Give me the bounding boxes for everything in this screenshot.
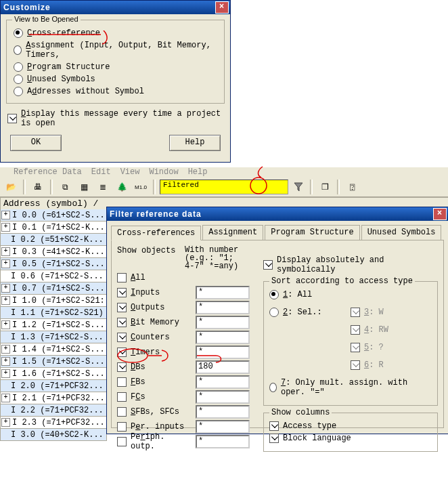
address-row[interactable]: +I 0.5 (=71+SC2-S...: [0, 258, 107, 270]
radio-icon[interactable]: [269, 383, 277, 392]
tree-icon[interactable]: 🌲: [114, 179, 130, 195]
expand-icon[interactable]: +: [1, 418, 10, 427]
menu-window[interactable]: Window: [149, 167, 178, 178]
checkbox-icon[interactable]: [117, 333, 127, 342]
copy-icon[interactable]: ⧉: [57, 179, 73, 195]
numbox-counters[interactable]: *: [196, 331, 250, 344]
numbox-inputs[interactable]: *: [196, 286, 250, 299]
menu-view[interactable]: View: [120, 167, 140, 178]
radio-icon[interactable]: [269, 290, 279, 299]
help-icon[interactable]: ⍰: [344, 179, 360, 195]
display-every-time-check[interactable]: Display this message every time a projec…: [7, 109, 223, 128]
radio-cross-reference[interactable]: Cross-reference: [14, 28, 217, 38]
menu-help[interactable]: Help: [188, 167, 208, 178]
address-row[interactable]: +I 0.3 (=41+SC2-K...: [0, 246, 107, 258]
address-row[interactable]: +I 1.3 (=71+SC2-S...: [0, 331, 107, 343]
checkbox-icon[interactable]: [117, 318, 127, 327]
obj-counters[interactable]: Counters*: [117, 330, 252, 345]
checkbox-icon[interactable]: [117, 377, 127, 387]
numbox-dbs[interactable]: 180: [196, 360, 250, 374]
address-row[interactable]: +I 0.1 (=71+SC2-K...: [0, 222, 107, 234]
menu-reference-data[interactable]: Reference Data: [14, 167, 82, 178]
expand-icon[interactable]: +: [1, 296, 10, 305]
address-row[interactable]: +I 2.3 (=71+PCF32...: [0, 417, 107, 429]
address-row[interactable]: +I 1.6 (=71+SC2-S...: [0, 368, 107, 380]
numbox-outputs[interactable]: *: [196, 301, 250, 314]
radio-assignment[interactable]: Assignment (Input, Output, Bit Memory, T…: [14, 41, 217, 60]
grid-icon[interactable]: ▦: [76, 179, 92, 195]
sort-radio-all[interactable]: 1: All: [269, 290, 351, 299]
checkbox-icon[interactable]: [117, 288, 127, 297]
address-row[interactable]: +I 3.0 (=40+SC2-K...: [0, 429, 107, 441]
numbox-sfbs[interactable]: *: [196, 405, 250, 419]
numbox-timers[interactable]: *: [196, 345, 250, 359]
address-row[interactable]: +I 1.4 (=71+SC2-S...: [0, 343, 107, 356]
funnel-icon[interactable]: [291, 180, 306, 194]
display-absolutely-check[interactable]: Display absolutely and symbolically: [263, 255, 438, 274]
menu-edit[interactable]: Edit: [91, 167, 111, 178]
obj-fcs[interactable]: FCs*: [117, 390, 252, 404]
numbox-peroutp[interactable]: *: [196, 435, 250, 448]
expand-icon[interactable]: +: [1, 357, 10, 366]
obj-fbs[interactable]: FBs*: [117, 375, 252, 390]
address-row[interactable]: +I 0.2 (=51+SC2-K...: [0, 234, 107, 246]
radio-icon[interactable]: [14, 62, 23, 72]
radio-icon[interactable]: [14, 45, 22, 55]
checkbox-icon[interactable]: [117, 407, 127, 417]
obj-bitmemory[interactable]: Bit Memory*: [117, 315, 252, 330]
expand-icon[interactable]: +: [1, 247, 10, 256]
numbox-bitmemory[interactable]: *: [196, 316, 250, 329]
checkbox-icon[interactable]: [263, 260, 273, 270]
radio-program-structure[interactable]: Program Structure: [14, 62, 217, 72]
address-row[interactable]: +I 0.6 (=71+SC2-S...: [0, 270, 107, 282]
checkbox-icon[interactable]: [117, 273, 127, 282]
expand-icon[interactable]: +: [1, 259, 10, 268]
address-row[interactable]: +I 1.0 (=71+SC2-S21:: [0, 295, 107, 307]
customize-titlebar[interactable]: Customize ×: [1, 1, 230, 14]
checkbox-icon[interactable]: [117, 362, 127, 372]
address-row[interactable]: +I 1.5 (=71+SC2-S...: [0, 356, 107, 368]
checkbox-icon[interactable]: [117, 303, 127, 312]
list-icon[interactable]: ≣: [95, 179, 111, 195]
print-icon[interactable]: 🖶: [30, 179, 46, 195]
obj-timers[interactable]: Timers*: [117, 345, 252, 360]
obj-outputs[interactable]: Outputs*: [117, 300, 252, 315]
tab-unused-symbols[interactable]: Unused Symbols: [361, 225, 442, 240]
address-row[interactable]: +I 2.2 (=71+PCF32...: [0, 404, 107, 417]
address-row[interactable]: +I 2.1 (=71+PCF32...: [0, 392, 107, 404]
m10-icon[interactable]: M1.0: [133, 179, 149, 195]
tab-assignment[interactable]: Assignment: [202, 225, 263, 240]
radio-icon[interactable]: [14, 75, 23, 84]
expand-icon[interactable]: +: [1, 369, 10, 378]
col-block-language[interactable]: Block language: [269, 434, 432, 443]
address-row[interactable]: +I 1.2 (=71+SC2-S...: [0, 319, 107, 331]
obj-peroutp[interactable]: Periph. outp.*: [117, 434, 252, 449]
help-button[interactable]: Help: [169, 135, 221, 151]
checkbox-icon[interactable]: [117, 348, 127, 357]
obj-dbs[interactable]: DBs180: [117, 360, 252, 375]
close-icon[interactable]: ×: [215, 1, 229, 14]
expand-icon[interactable]: +: [1, 284, 10, 293]
sort-radio-mult[interactable]: 7: Only mult. assign. with oper. "=": [269, 378, 411, 397]
obj-sfbs[interactable]: SFBs, SFCs*: [117, 404, 252, 419]
checkbox-icon[interactable]: [117, 392, 127, 402]
address-row[interactable]: +I 2.0 (=71+PCF32...: [0, 380, 107, 392]
window-icon[interactable]: ❐: [317, 179, 333, 195]
filter-combo[interactable]: Filtered: [160, 180, 288, 194]
radio-unused-symbols[interactable]: Unused Symbols: [14, 75, 217, 84]
tab-program-structure[interactable]: Program Structure: [265, 225, 359, 240]
expand-icon[interactable]: +: [1, 223, 10, 232]
close-icon[interactable]: ×: [433, 208, 447, 220]
open-icon[interactable]: 📂: [3, 179, 19, 195]
tab-cross-references[interactable]: Cross-references: [111, 226, 201, 240]
expand-icon[interactable]: +: [1, 211, 10, 219]
expand-icon[interactable]: +: [1, 320, 10, 329]
numbox-fbs[interactable]: *: [196, 375, 250, 389]
radio-icon[interactable]: [269, 308, 279, 317]
numbox-perinp[interactable]: *: [196, 420, 250, 434]
col-access-type[interactable]: Access type: [269, 421, 432, 431]
address-row[interactable]: +I 0.0 (=61+SC2-S...: [0, 209, 107, 222]
checkbox-icon[interactable]: [117, 437, 127, 446]
ok-button[interactable]: OK: [10, 135, 62, 151]
radio-addresses-without-symbol[interactable]: Addresses without Symbol: [14, 87, 217, 96]
